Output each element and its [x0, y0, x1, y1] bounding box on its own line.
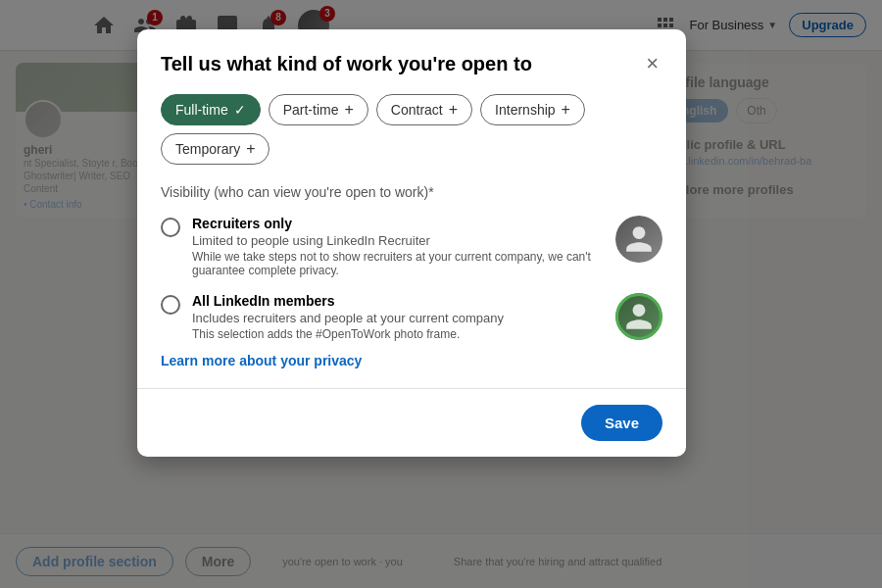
visibility-options: Recruiters only Limited to people using … [161, 216, 662, 341]
tag-part-time[interactable]: Part-time + [269, 94, 368, 125]
radio-all-members[interactable] [161, 295, 180, 315]
tag-temporary-label: Temporary [175, 141, 240, 157]
modal-close-button[interactable]: × [642, 49, 662, 78]
tag-full-time[interactable]: Full-time ✓ [161, 94, 261, 125]
option-all-members[interactable]: All LinkedIn members Includes recruiters… [161, 293, 662, 341]
modal-header: Tell us what kind of work you're open to… [137, 29, 686, 94]
modal-footer: Save [137, 388, 686, 457]
modal-body: Full-time ✓ Part-time + Contract + Inter… [137, 94, 686, 388]
tag-temporary-icon: + [246, 140, 255, 158]
tag-contract-icon: + [449, 101, 458, 119]
work-type-tags: Full-time ✓ Part-time + Contract + Inter… [161, 94, 662, 165]
avatar-recruiters [615, 216, 662, 263]
option-all-members-sub: Includes recruiters and people at your c… [192, 311, 604, 325]
avatar-recruiters-img [615, 216, 662, 263]
option-recruiters[interactable]: Recruiters only Limited to people using … [161, 216, 662, 277]
avatar-all-members [615, 293, 662, 340]
tag-part-time-icon: + [344, 101, 353, 119]
option-all-members-note: This selection adds the #OpenToWork phot… [192, 327, 604, 341]
visibility-heading: Visibility (who can view you're open to … [161, 184, 662, 200]
tag-temporary[interactable]: Temporary + [161, 133, 270, 165]
avatar-all-members-img [615, 293, 662, 340]
option-recruiters-content: Recruiters only Limited to people using … [192, 216, 604, 277]
opentowork-ring [615, 293, 662, 340]
tag-internship-label: Internship [495, 102, 555, 118]
save-button[interactable]: Save [581, 405, 662, 441]
option-recruiters-sub: Limited to people using LinkedIn Recruit… [192, 233, 604, 248]
tag-contract[interactable]: Contract + [376, 94, 472, 125]
tag-internship-icon: + [562, 101, 570, 119]
option-recruiters-note: While we take steps not to show recruite… [192, 250, 604, 277]
option-recruiters-title: Recruiters only [192, 216, 604, 231]
radio-recruiters[interactable] [161, 218, 180, 237]
tag-full-time-icon: ✓ [234, 102, 246, 118]
tag-contract-label: Contract [391, 102, 443, 118]
modal-title: Tell us what kind of work you're open to [161, 51, 532, 76]
tag-full-time-label: Full-time [175, 102, 228, 118]
option-all-members-title: All LinkedIn members [192, 293, 604, 309]
tag-part-time-label: Part-time [283, 102, 339, 118]
option-all-members-content: All LinkedIn members Includes recruiters… [192, 293, 604, 341]
tag-internship[interactable]: Internship + [480, 94, 585, 125]
privacy-link[interactable]: Learn more about your privacy [161, 353, 662, 368]
modal: Tell us what kind of work you're open to… [137, 29, 686, 457]
